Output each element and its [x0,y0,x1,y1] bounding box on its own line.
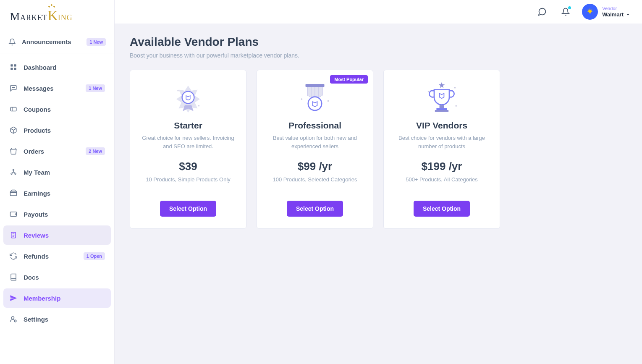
sidebar-item-label: Settings [24,316,105,323]
plan-name: VIP Vendors [393,120,490,131]
svg-rect-28 [440,105,444,108]
svg-point-33 [455,105,457,107]
user-name: Walmart [602,11,624,18]
plan-price: $39 [139,160,237,173]
sidebar-item-label: Coupons [24,106,105,113]
select-option-button[interactable]: Select Option [160,201,216,217]
select-option-button[interactable]: Select Option [287,201,343,217]
sidebar-item-settings[interactable]: Settings [3,309,111,329]
grid-icon [9,63,18,71]
sidebar-item-label: Membership [24,295,105,302]
sidebar: MarketKing Announcements 1 New Dashboard [0,0,115,364]
svg-point-14 [12,317,14,319]
svg-rect-0 [10,64,13,66]
logo[interactable]: MarketKing [0,0,114,31]
notifications-button[interactable] [558,5,573,19]
select-option-button[interactable]: Select Option [414,201,470,217]
plan-meta: 100 Products, Selected Categories [266,175,364,192]
sidebar-item-announcements[interactable]: Announcements 1 New [0,31,114,53]
svg-rect-11 [10,191,17,196]
svg-point-18 [177,90,178,91]
sidebar-item-coupons[interactable]: Coupons [3,100,111,119]
book-icon [9,273,18,281]
user-menu[interactable]: Vendor Walmart [582,4,630,20]
svg-point-25 [301,98,303,100]
sidebar-item-label: Reviews [24,232,105,239]
sidebar-item-label: Payouts [24,211,105,218]
chevron-down-icon [626,12,630,17]
refunds-badge: 1 Open [84,252,105,260]
sidebar-item-label: My Team [24,169,105,176]
sidebar-item-dashboard[interactable]: Dashboard [3,58,111,77]
plan-name: Professional [266,120,364,131]
page-subtitle: Boost your business with our powerful ma… [130,52,627,59]
plan-price: $199 /yr [393,160,490,173]
sidebar-item-orders[interactable]: Orders 2 New [3,141,111,161]
logo-part1: Market [10,10,47,23]
sidebar-item-membership[interactable]: Membership [3,288,111,308]
avatar [582,4,598,20]
bag-icon [9,147,18,155]
plans-row: Starter Great choice for new sellers. In… [130,70,627,229]
announcements-badge: 1 New [86,38,106,46]
sidebar-item-label: Dashboard [24,64,105,71]
plan-name: Starter [139,120,237,131]
sidebar-item-payouts[interactable]: Payouts [3,204,111,224]
user-role: Vendor [602,6,630,11]
svg-point-15 [14,320,16,322]
svg-rect-2 [10,68,13,70]
svg-rect-20 [306,84,325,87]
svg-marker-27 [439,82,445,88]
sidebar-item-refunds[interactable]: Refunds 1 Open [3,246,111,266]
logo-part3: ing [58,10,73,23]
svg-point-6 [14,87,15,88]
svg-point-24 [308,97,322,110]
sidebar-item-my-team[interactable]: My Team [3,162,111,182]
svg-point-17 [182,92,194,104]
content: Available Vendor Plans Boost your busine… [115,24,642,364]
svg-rect-29 [436,108,447,110]
sidebar-item-label: Docs [24,274,105,281]
refresh-icon [9,252,18,260]
team-icon [9,168,18,176]
svg-point-31 [428,91,430,92]
svg-rect-7 [10,107,16,111]
most-popular-badge: Most Popular [330,75,368,84]
medal-icon [266,80,364,118]
svg-point-32 [454,87,456,89]
svg-point-10 [15,173,16,174]
svg-rect-30 [435,110,448,112]
sidebar-item-products[interactable]: Products [3,120,111,140]
sidebar-item-reviews[interactable]: Reviews [3,225,111,245]
nav: Dashboard Messages 1 New Coupons Pro [0,53,114,364]
sidebar-item-earnings[interactable]: Earnings [3,183,111,203]
plan-desc: Great choice for new sellers. Invoicing … [139,134,237,152]
wallet-icon [9,189,18,197]
sidebar-item-label: Earnings [24,190,105,197]
main: Vendor Walmart Available Vendor Plans Bo… [115,0,642,364]
send-icon [9,294,18,302]
user-gear-icon [9,315,18,323]
plan-price: $99 /yr [266,160,364,173]
sidebar-item-docs[interactable]: Docs [3,267,111,287]
sidebar-item-label: Refunds [24,253,78,260]
page-title: Available Vendor Plans [130,35,627,49]
plan-desc: Best value option for both new and exper… [266,134,364,152]
box-icon [9,126,18,134]
notification-dot [568,6,571,9]
payout-icon [9,210,18,218]
chat-icon [9,84,18,92]
svg-point-8 [13,169,14,170]
svg-point-4 [12,87,13,88]
sidebar-item-label: Messages [24,85,80,92]
svg-rect-3 [14,68,16,70]
svg-point-9 [11,173,12,174]
svg-rect-1 [14,64,16,66]
plan-desc: Best choice for vendors with a large num… [393,134,490,152]
logo-part2: K [47,8,58,24]
messages-badge: 1 New [86,84,105,92]
sidebar-item-messages[interactable]: Messages 1 New [3,79,111,98]
chat-button[interactable] [535,5,549,19]
sidebar-item-label: Products [24,127,105,134]
plan-meta: 500+ Products, All Categories [393,175,490,192]
